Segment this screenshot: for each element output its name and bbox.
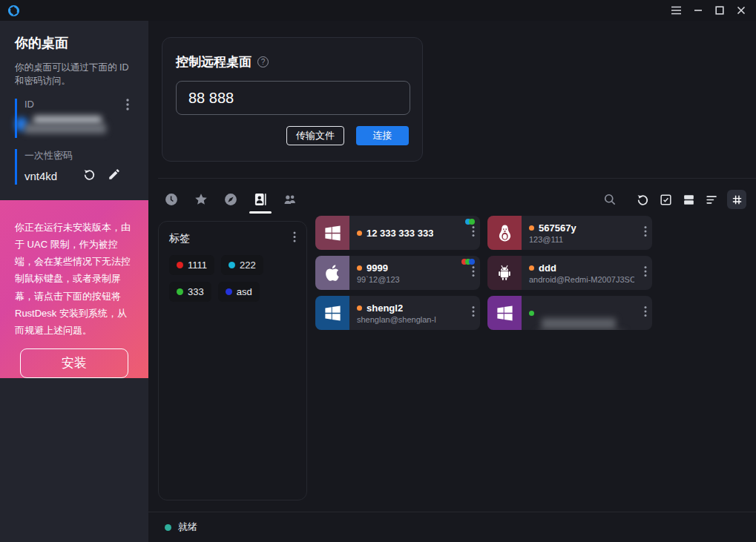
peer-status-dot — [357, 305, 362, 311]
active-tab-underline — [249, 211, 272, 214]
peer-name: 9999 — [367, 262, 388, 274]
tag-color-dot — [226, 288, 232, 295]
tag-color-dot — [229, 262, 235, 268]
peer-grid: 12 333 333 333 — [315, 216, 652, 330]
peer-menu-dots-icon[interactable] — [644, 266, 647, 280]
peer-name: 567567y — [539, 222, 576, 234]
install-notice-text: 你正在运行未安装版本，由于 UAC 限制，作为被控端，会在某些情况下无法控制鼠标… — [15, 219, 134, 339]
tab-discovered[interactable] — [223, 192, 238, 207]
title-bar — [0, 0, 756, 21]
tabbar-divider — [158, 178, 756, 179]
connection-status-label: 就绪 — [178, 520, 197, 534]
tag-color-dot — [177, 288, 183, 295]
peer-menu-dots-icon[interactable] — [644, 306, 647, 320]
group-icon — [283, 192, 298, 207]
peer-status-dot — [529, 311, 534, 316]
clock-icon — [164, 192, 179, 207]
password-section: 一次性密码 vnt4kd — [15, 149, 134, 185]
peer-menu-dots-icon[interactable] — [472, 266, 475, 280]
censored-id-value — [24, 114, 134, 138]
peer-tag-dots — [467, 219, 475, 225]
address-book-icon — [253, 192, 268, 207]
window-controls — [665, 0, 752, 21]
menu-icon[interactable] — [665, 0, 687, 21]
search-icon[interactable] — [602, 192, 617, 207]
peer-status-dot — [529, 265, 534, 271]
peer-name: 12 333 333 333 — [367, 228, 433, 239]
tab-address-book[interactable] — [253, 192, 268, 207]
close-icon[interactable] — [730, 0, 752, 21]
transfer-file-button[interactable]: 传输文件 — [286, 126, 344, 145]
windows-icon — [315, 296, 349, 330]
tag-chip-1111[interactable]: 1111 — [169, 255, 214, 275]
peer-subtitle: 99`12@123 — [357, 275, 462, 284]
peer-name: ddd — [539, 262, 556, 274]
maximize-icon[interactable] — [709, 0, 730, 21]
windows-icon — [315, 216, 349, 250]
peer-card[interactable]: 9999 99`12@123 — [315, 256, 480, 290]
sidebar-title: 你的桌面 — [15, 34, 134, 52]
android-icon — [487, 256, 522, 290]
card-view-icon[interactable] — [681, 192, 696, 207]
one-time-password-value: vnt4kd — [24, 170, 57, 182]
tab-groups[interactable] — [283, 192, 298, 207]
refresh-icon[interactable] — [635, 192, 650, 207]
peer-toolbar — [602, 190, 746, 209]
compass-icon — [223, 192, 238, 207]
sidebar: 你的桌面 你的桌面可以通过下面的 ID 和密码访问。 ID 一次性密码 vnt4… — [0, 21, 148, 542]
refresh-password-icon[interactable] — [82, 168, 96, 185]
select-icon[interactable] — [658, 192, 673, 207]
remote-id-input[interactable] — [176, 81, 410, 115]
tags-panel: 标签 1111 222 333 — [158, 221, 307, 500]
peer-card[interactable] — [487, 296, 652, 330]
sort-icon[interactable] — [704, 192, 719, 207]
peer-menu-dots-icon[interactable] — [644, 226, 647, 240]
tag-color-dot — [177, 262, 183, 268]
apple-icon — [315, 256, 349, 290]
rustdesk-logo — [7, 4, 20, 17]
peer-subtitle: android@Redmi-M2007J3SC — [529, 275, 634, 284]
peer-subtitle: 123@111 — [529, 235, 634, 244]
tag-chip-list: 1111 222 333 asd — [169, 255, 296, 302]
peer-status-dot — [357, 265, 362, 271]
rustdesk-window: 你的桌面 你的桌面可以通过下面的 ID 和密码访问。 ID 一次性密码 vnt4… — [0, 0, 756, 542]
peer-menu-dots-icon[interactable] — [472, 306, 475, 320]
tags-menu-dots-icon[interactable] — [293, 231, 296, 245]
install-button[interactable]: 安装 — [20, 348, 128, 378]
peer-card[interactable]: ddd android@Redmi-M2007J3SC — [487, 256, 652, 290]
peer-card[interactable]: 567567y 123@111 — [487, 216, 652, 250]
minimize-icon[interactable] — [687, 0, 709, 21]
peer-status-dot — [357, 231, 362, 236]
id-menu-dots-icon[interactable] — [126, 99, 129, 113]
id-label: ID — [24, 99, 134, 110]
grid-view-icon[interactable] — [727, 190, 746, 209]
linux-icon — [487, 216, 522, 250]
password-label: 一次性密码 — [24, 149, 134, 162]
help-icon[interactable]: ? — [257, 56, 269, 67]
id-section: ID — [15, 99, 134, 138]
status-bar: 就绪 — [148, 512, 756, 542]
edit-password-icon[interactable] — [108, 168, 121, 185]
peer-tag-dots — [464, 259, 475, 265]
connect-remote-card: 控制远程桌面 ? 传输文件 连接 — [162, 37, 423, 162]
peer-subtitle: shenglan@shenglan-l — [357, 315, 462, 324]
tab-recent-sessions[interactable] — [164, 192, 179, 207]
connect-card-title: 控制远程桌面 — [176, 53, 252, 70]
peer-name: shengl2 — [367, 303, 403, 314]
connection-status-dot — [165, 524, 171, 531]
main-area: 控制远程桌面 ? 传输文件 连接 — [148, 21, 756, 542]
peer-status-dot — [529, 225, 534, 231]
tag-chip-333[interactable]: 333 — [169, 282, 211, 302]
windows-icon — [487, 296, 522, 330]
peer-menu-dots-icon[interactable] — [472, 226, 475, 240]
connect-button[interactable]: 连接 — [356, 126, 409, 145]
peer-card[interactable]: shengl2 shenglan@shenglan-l — [315, 296, 480, 330]
tags-title: 标签 — [169, 232, 190, 245]
install-notice-panel: 你正在运行未安装版本，由于 UAC 限制，作为被控端，会在某些情况下无法控制鼠标… — [0, 200, 148, 378]
star-icon — [194, 192, 208, 207]
tab-favorites[interactable] — [194, 192, 208, 207]
peer-card[interactable]: 12 333 333 333 — [315, 216, 480, 250]
tag-chip-222[interactable]: 222 — [221, 255, 263, 275]
tag-chip-asd[interactable]: asd — [218, 282, 260, 302]
peer-tab-bar — [164, 182, 746, 217]
